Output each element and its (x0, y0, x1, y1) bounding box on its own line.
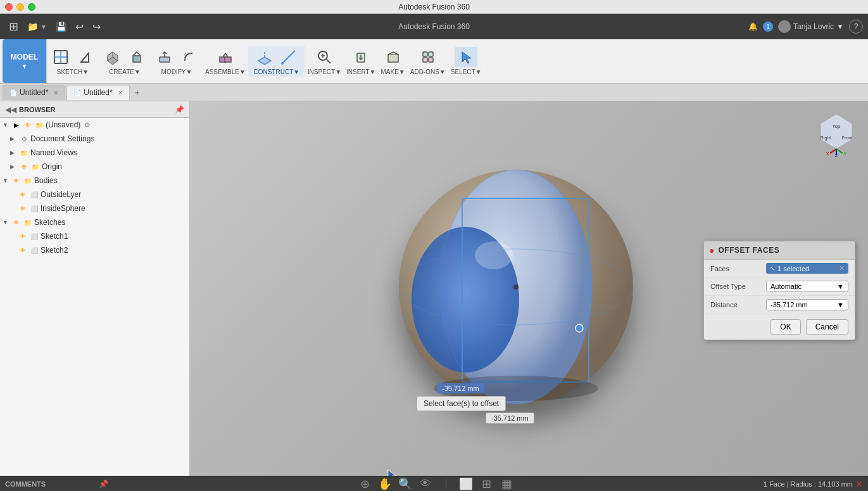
redo-button[interactable]: ↪ (89, 19, 104, 35)
display-mode-icon[interactable]: ⬜ (458, 476, 474, 492)
construct-plane-button[interactable] (253, 47, 276, 67)
construct-axis-button[interactable] (277, 47, 300, 67)
look-icon[interactable]: 👁 (418, 476, 433, 492)
distance-input[interactable]: -35.712 mm ▼ (766, 299, 848, 310)
faces-clear-icon[interactable]: ✕ (839, 264, 845, 272)
tree-item-outside-lyer[interactable]: 👁 ⬜ OutsideLyer (0, 188, 189, 201)
settings-icon-unsaved[interactable]: ⚙ (84, 121, 91, 129)
svg-rect-20 (423, 52, 427, 56)
sketch-create-button[interactable] (49, 47, 72, 67)
distance-label: Distance (710, 301, 761, 309)
toolbar-insert-section: INSERT▼ (344, 46, 378, 77)
svg-rect-23 (429, 58, 433, 62)
app-grid-button[interactable]: ⊞ (5, 18, 22, 35)
ok-button[interactable]: OK (771, 319, 800, 335)
svg-point-13 (281, 62, 284, 65)
close-button[interactable] (5, 3, 13, 11)
toolbar-select-section: SELECT▼ (448, 46, 484, 77)
tree-item-doc-settings[interactable]: ▶ ⚙ Document Settings (0, 132, 189, 146)
svg-rect-21 (429, 52, 433, 56)
file-menu-button[interactable]: 📁▼ (23, 20, 51, 34)
user-menu[interactable]: Tanja Lovric ▼ (778, 20, 844, 33)
modify-fillet-button[interactable] (177, 47, 200, 67)
grid-icon[interactable]: ⊞ (479, 476, 494, 492)
arrow-named-views: ▶ (10, 150, 18, 156)
comments-label: COMMENTS (5, 480, 94, 488)
cancel-button[interactable]: Cancel (806, 319, 848, 335)
status-close-icon[interactable]: ✕ (855, 479, 863, 489)
minimize-button[interactable] (16, 3, 24, 11)
construct-icons (253, 47, 300, 67)
viewport[interactable]: -35.712 mm Select face(s) to offset -35.… (190, 101, 868, 476)
tree-item-unsaved[interactable]: ▼ ▶ 👁 📁 (Unsaved) ⚙ (0, 118, 189, 132)
user-name: Tanja Lovric (793, 22, 834, 31)
addons-dropdown-icon: ▼ (439, 68, 446, 75)
folder-origin: 📁 (30, 162, 41, 172)
insert-button[interactable] (349, 47, 372, 67)
assemble-label: ASSEMBLE▼ (205, 68, 246, 75)
tree-item-inside-sphere[interactable]: 👁 ⬜ InsideSphere (0, 201, 189, 215)
tabs-bar: 📄 Untitled* ✕ 📄 Untitled* ✕ + (0, 84, 868, 101)
create-box-button[interactable] (101, 47, 124, 67)
modify-dropdown-icon: ▼ (186, 68, 192, 75)
icon-unsaved: ▶ (11, 120, 22, 130)
browser-pin-icon[interactable]: 📌 (175, 105, 184, 114)
modify-press-pull-button[interactable] (153, 47, 176, 67)
eye-unsaved: 👁 (23, 120, 33, 130)
sketch-dropdown-icon: ▼ (82, 68, 89, 75)
tree-item-bodies[interactable]: ▼ 👁 📁 Bodies (0, 174, 189, 188)
zoom-icon[interactable]: 🔍 (398, 476, 413, 492)
assemble-button[interactable] (214, 47, 237, 67)
tab-untitled-2[interactable]: 📄 Untitled* ✕ (66, 85, 129, 100)
3d-object (383, 160, 649, 428)
view-icon[interactable]: ▦ (499, 476, 514, 492)
svg-rect-6 (160, 57, 170, 62)
sketch-2d-button[interactable] (73, 47, 96, 67)
icon-outside: ⬜ (29, 189, 39, 200)
select-label: SELECT▼ (451, 68, 482, 75)
new-tab-button[interactable]: + (131, 86, 144, 99)
tab-1-close[interactable]: ✕ (53, 89, 58, 96)
eye-inside: 👁 (18, 203, 28, 214)
orientation-cube[interactable]: Top Front Right Z X Y (811, 108, 862, 158)
assemble-dropdown-icon: ▼ (239, 68, 246, 75)
model-workspace-button[interactable]: MODEL ▼ (3, 39, 47, 83)
make-button[interactable] (382, 47, 405, 67)
statusbar-pin-icon[interactable]: 📌 (99, 480, 108, 488)
browser-collapse-icon[interactable]: ◀◀ (5, 105, 16, 114)
tree-item-origin[interactable]: ▶ 👁 📁 Origin (0, 160, 189, 174)
icon-sketch2: ⬜ (29, 245, 39, 255)
menubar: ⊞ 📁▼ 💾 ↩ ↪ Autodesk Fusion 360 🔔 1 Tanja… (0, 14, 868, 39)
folder-sketches: 📁 (23, 217, 33, 227)
maximize-button[interactable] (28, 3, 35, 11)
make-icons (382, 47, 405, 67)
select-button[interactable] (455, 47, 477, 67)
arrow-origin: ▶ (10, 163, 18, 170)
toolbar: MODEL ▼ SKETCH▼ CREATE▼ (0, 39, 868, 84)
tree-item-named-views[interactable]: ▶ 📁 Named Views (0, 146, 189, 160)
pan-icon[interactable]: ✋ (377, 476, 393, 492)
faces-value[interactable]: ↖ 1 selected ✕ (766, 263, 848, 274)
app-title: Autodesk Fusion 360 (398, 22, 470, 31)
offset-type-select[interactable]: Automatic ▼ (766, 281, 848, 292)
notification-icon[interactable]: 🔔 (748, 22, 758, 31)
help-button[interactable]: ? (849, 20, 863, 34)
svg-line-12 (282, 51, 295, 63)
undo-button[interactable]: ↩ (72, 19, 87, 35)
tree-item-sketch1[interactable]: 👁 ⬜ Sketch1 (0, 229, 189, 243)
toolbar-inspect-section: INSPECT▼ (305, 46, 344, 77)
insert-label: INSERT▼ (346, 68, 375, 75)
tab-untitled-1[interactable]: 📄 Untitled* ✕ (3, 85, 65, 100)
create-extrude-button[interactable] (125, 47, 148, 67)
orbit-icon[interactable]: ⊕ (357, 476, 372, 492)
addons-button[interactable] (417, 47, 439, 67)
label-outside: OutsideLyer (41, 190, 81, 199)
tab-2-close[interactable]: ✕ (118, 89, 123, 96)
tree-item-sketches[interactable]: ▼ 👁 📁 Sketches (0, 215, 189, 229)
svg-point-34 (576, 324, 583, 331)
tree-item-sketch2[interactable]: 👁 ⬜ Sketch2 (0, 243, 189, 257)
save-button[interactable]: 💾 (52, 20, 70, 34)
inspect-button[interactable] (313, 47, 336, 67)
statusbar: COMMENTS 📌 ⊕ ✋ 🔍 👁 | ⬜ ⊞ ▦ 1 Face | Radi… (0, 476, 868, 491)
eye-sketch2: 👁 (18, 245, 28, 255)
